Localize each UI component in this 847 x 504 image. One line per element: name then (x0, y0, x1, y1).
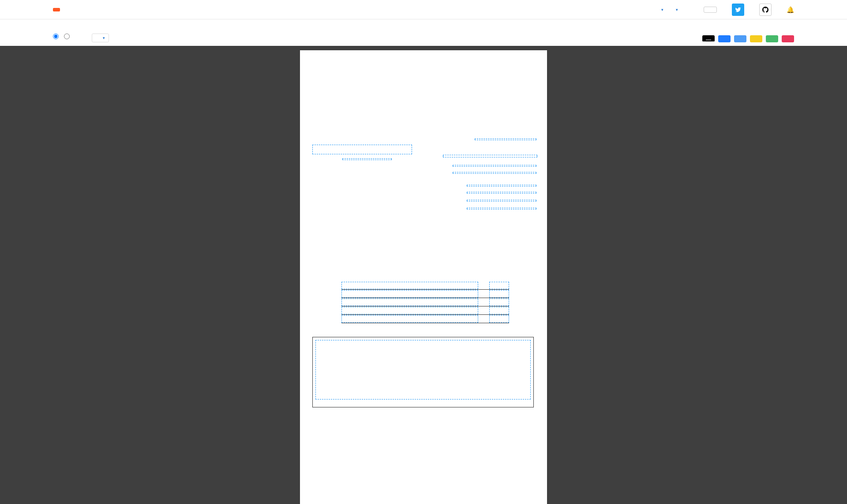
recipient-company-field[interactable] (312, 145, 412, 154)
github-icon[interactable] (759, 4, 772, 16)
logo[interactable] (53, 8, 60, 11)
chevron-down-icon: ▾ (661, 7, 663, 12)
support-button[interactable] (702, 35, 715, 42)
example-button[interactable] (734, 35, 746, 42)
postal-field[interactable] (453, 165, 536, 167)
doc-qty-field[interactable] (489, 315, 509, 323)
date-field[interactable] (475, 138, 536, 140)
doc-name-field[interactable] (341, 299, 478, 306)
count-select[interactable]: ▾ (92, 34, 109, 42)
fax-field[interactable] (467, 192, 536, 194)
nav: ▾ ▾ 🔔 (628, 4, 794, 16)
document-table (341, 281, 509, 323)
doc-name-field[interactable] (341, 290, 478, 298)
create-button[interactable] (782, 35, 794, 42)
mode-batch-radio[interactable] (64, 34, 70, 39)
canvas (0, 46, 847, 504)
howto-button[interactable] (718, 35, 731, 42)
nav-resource[interactable]: ▾ (674, 7, 678, 12)
mode-wysiwyg-radio[interactable] (53, 34, 59, 39)
document-title (300, 50, 547, 82)
save-button[interactable] (750, 35, 762, 42)
doc-qty-field[interactable] (489, 307, 509, 314)
tel-field[interactable] (467, 185, 536, 187)
twitter-icon[interactable] (732, 4, 744, 16)
nav-service[interactable]: ▾ (660, 7, 663, 12)
table-row (341, 298, 509, 306)
toolbar: ▾ (0, 19, 847, 46)
header: ▾ ▾ 🔔 (0, 0, 847, 19)
table-row (341, 315, 509, 323)
table-row (341, 306, 509, 315)
table-row (341, 281, 509, 290)
doc-name-field[interactable] (341, 307, 478, 314)
edit-form-button[interactable] (766, 35, 778, 42)
input-mode-group (53, 31, 74, 42)
notes-field[interactable] (315, 340, 531, 399)
doc-qty-field[interactable] (489, 299, 509, 306)
tanto-field[interactable] (467, 208, 536, 209)
greeting-text (341, 218, 518, 221)
doc-name-field[interactable] (341, 315, 478, 323)
address-field[interactable] (453, 172, 536, 174)
notes-box (312, 337, 534, 407)
recipient-person-field[interactable] (342, 158, 392, 160)
doc-qty-field[interactable] (489, 290, 509, 298)
table-row (341, 290, 509, 298)
doc-name-field[interactable] (341, 282, 478, 289)
doc-qty-field[interactable] (489, 282, 509, 289)
count-group: ▾ (92, 31, 109, 42)
chevron-down-icon: ▾ (103, 36, 105, 40)
email-field[interactable] (467, 200, 536, 202)
mypage-button[interactable] (704, 7, 717, 13)
document-page (300, 50, 547, 504)
sender-company-field[interactable] (443, 155, 537, 157)
chevron-down-icon: ▾ (676, 7, 678, 12)
bell-icon[interactable]: 🔔 (787, 6, 794, 13)
